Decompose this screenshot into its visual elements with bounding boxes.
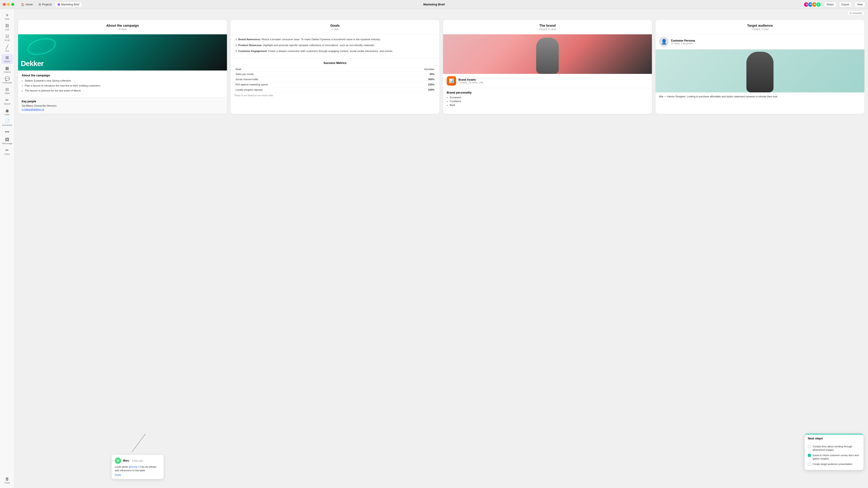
sidebar-item-link[interactable]: ⛓ Link — [1, 22, 13, 32]
sidebar-item-sketch[interactable]: ✏ Sketch — [1, 97, 13, 106]
tab-marketing-brief[interactable]: Marketing Brief — [55, 2, 82, 7]
goals-list: Brand Awareness: Reach a broader consume… — [230, 34, 439, 58]
sidebar-item-document[interactable]: 📄 Document — [1, 118, 13, 128]
sidebar-label-table: Table — [4, 92, 10, 94]
list-item: Product Showcase: Highlight and promote … — [238, 43, 436, 47]
maximize-button[interactable] — [11, 3, 14, 6]
list-item: Brand Awareness: Reach a broader consume… — [238, 37, 436, 41]
campaign-image: Dekker — [18, 34, 227, 70]
marketing-brief-dot — [58, 3, 60, 6]
sidebar-label-todo: To-do — [4, 39, 10, 41]
card-target-audience-header: Target audience 1 board, 1 card — [655, 20, 864, 34]
export-button[interactable]: Export — [839, 2, 852, 7]
sidebar-item-add-image[interactable]: 🖼 Add Image — [1, 136, 13, 146]
sidebar-item-more[interactable]: ••• — [1, 129, 13, 135]
goals-ordered-list: Brand Awareness: Reach a broader consume… — [234, 37, 436, 53]
metric-increase-4: 160% — [382, 87, 436, 92]
comment-text: Looks great @Sonia J Can we please add i… — [115, 465, 160, 472]
comment-header: M Marc 3 days ago — [115, 457, 160, 464]
main-layout: ≡ Note ⛓ Link ☑ To-do ╱ Line ⊞ Board ▦ C… — [0, 9, 868, 488]
sidebar-item-comment[interactable]: 💬 Comment — [1, 75, 13, 85]
titlebar-tabs: 🏠 Home Projects Marketing Brief — [19, 2, 82, 7]
metric-increase-1: 30% — [382, 72, 436, 77]
key-people-section: Key people Sia Milano (Owner/Art Directo… — [18, 97, 227, 114]
tab-projects[interactable]: Projects — [36, 2, 54, 7]
close-button[interactable] — [3, 3, 6, 6]
sidebar-label-draw: Draw — [4, 153, 9, 155]
avatar-4: J — [816, 2, 821, 7]
persona-avatar: 👤 — [659, 37, 669, 46]
comment-avatar: M — [115, 457, 121, 464]
brand-personality-title: Brand personality — [447, 91, 648, 94]
brand-image — [443, 34, 652, 74]
home-icon: 🏠 — [21, 3, 24, 6]
brand-assets-title: Brand Assets — [458, 78, 483, 81]
share-button[interactable]: Share — [824, 2, 836, 7]
document-icon: 📄 — [5, 119, 10, 123]
more-icon: ••• — [5, 130, 9, 134]
sidebar-item-color[interactable]: ◉ Color — [1, 107, 13, 117]
goal-title-1: Brand Awareness: — [238, 38, 261, 41]
persona-description: Mia — Interior Designer: Looking to purc… — [655, 92, 864, 101]
sidebar-item-line[interactable]: ╱ Line — [1, 43, 13, 53]
sidebar-label-color: Color — [4, 113, 10, 116]
sidebar-item-trash[interactable]: 🗑 Trash — [1, 476, 13, 485]
tab-home[interactable]: 🏠 Home — [19, 2, 35, 7]
sidebar-item-table[interactable]: ⊟ Table — [1, 86, 13, 96]
persona-title: Customer Persona — [671, 39, 695, 42]
sidebar-label-sketch: Sketch — [4, 103, 10, 105]
goal-title-2: Product Showcase: — [238, 44, 262, 46]
comment-time: 3 days ago — [132, 459, 143, 462]
sketch-icon: ✏ — [5, 98, 9, 102]
minimize-button[interactable] — [7, 3, 10, 6]
next-step-item-2: Sonia to check customer survey docs and … — [808, 454, 860, 461]
next-step-checkbox-3[interactable] — [808, 463, 811, 466]
list-item: Confident — [450, 100, 648, 103]
comment-mention[interactable]: @Sonia J — [129, 465, 140, 468]
card-brand-header: The brand 1 board, 2 cards — [443, 20, 652, 34]
sidebar-item-draw[interactable]: ✏ Draw — [1, 147, 13, 157]
persona-desc-text: Mia — Interior Designer: Looking to purc… — [659, 95, 778, 98]
metric-goal-1: Sales per month — [234, 72, 382, 77]
about-campaign-body: About the campaign Dekker Eyewear's new … — [18, 70, 227, 97]
add-image-icon: 🖼 — [5, 138, 9, 142]
metric-goal-3: ROI against marketing spend — [234, 82, 382, 87]
sidebar-item-note[interactable]: ≡ Note — [1, 12, 13, 22]
sidebar: ≡ Note ⛓ Link ☑ To-do ╱ Line ⊞ Board ▦ C… — [0, 9, 14, 488]
card-about-campaign-title: About the campaign — [22, 24, 223, 27]
key-people-title: Key people — [22, 100, 223, 103]
comment-text-before: Looks great — [115, 465, 129, 468]
brand-figure — [536, 38, 559, 74]
unsorted-badge: 0 Unsorted — [847, 11, 864, 15]
view-button[interactable]: View — [855, 2, 865, 7]
brand-personality-section: Brand personality European Confident Bol… — [443, 88, 652, 110]
tab-marketing-brief-label: Marketing Brief — [61, 3, 79, 6]
brand-assets-row[interactable]: 📊 Brand Assets 2 boards, 16 cards, 1 fil… — [443, 74, 652, 88]
customer-persona-row[interactable]: 👤 Customer Persona 12 cards, 1 document — [655, 34, 864, 50]
metrics-title: Success Metrics — [234, 61, 436, 65]
about-section-title: About the campaign — [22, 74, 223, 77]
next-steps-header: Next steps — [805, 434, 864, 443]
list-item: Bold — [450, 104, 648, 106]
persona-subtitle: 12 cards, 1 document — [671, 42, 695, 45]
titlebar-right: S M A J Share Export View — [805, 2, 865, 7]
next-step-text-3: Create target audience presentation — [813, 462, 852, 466]
card-brand-title: The brand — [447, 24, 648, 27]
note-icon: ≡ — [6, 13, 8, 17]
next-step-checkbox-2[interactable] — [808, 454, 811, 457]
card-goals-title: Goals — [234, 24, 436, 27]
comment-reply-button[interactable]: Reply — [115, 474, 160, 476]
sidebar-item-todo[interactable]: ☑ To-do — [1, 33, 13, 43]
sidebar-item-board[interactable]: ⊞ Board — [1, 54, 13, 64]
content-area: 0 Unsorted About the campaign 3 cards De… — [14, 9, 868, 488]
sidebar-label-column: Column — [3, 71, 11, 73]
key-person-email[interactable]: s.milano@dekker.co — [22, 108, 44, 111]
color-icon: ◉ — [5, 109, 9, 113]
window-title: Marketing Brief — [423, 3, 445, 6]
goal-text-3: Foster a deeper connection with customer… — [268, 50, 393, 53]
card-brand-subtitle: 1 board, 2 cards — [447, 28, 648, 31]
next-step-checkbox-1[interactable] — [808, 445, 811, 448]
brand-assets-info: Brand Assets 2 boards, 16 cards, 1 file — [458, 78, 483, 84]
metrics-note: These % are based on our recent stats — [234, 94, 436, 97]
sidebar-item-column[interactable]: ▦ Column — [1, 65, 13, 74]
